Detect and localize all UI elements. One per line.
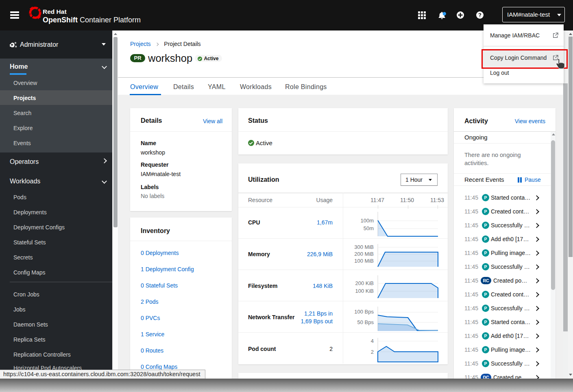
- svg-text:100 KiB: 100 KiB: [355, 288, 374, 294]
- svg-text:100m: 100m: [360, 218, 374, 224]
- svg-text:100 Bps: 100 Bps: [354, 309, 374, 315]
- svg-text:200 MiB: 200 MiB: [354, 251, 374, 257]
- svg-text:200 KiB: 200 KiB: [355, 280, 374, 286]
- svg-text:50m: 50m: [364, 225, 374, 231]
- svg-text:50 Bps: 50 Bps: [357, 319, 374, 325]
- svg-text:100 MiB: 100 MiB: [354, 258, 374, 264]
- svg-text:300 MiB: 300 MiB: [354, 244, 374, 250]
- svg-text:4: 4: [371, 338, 374, 344]
- svg-text:2: 2: [371, 349, 374, 355]
